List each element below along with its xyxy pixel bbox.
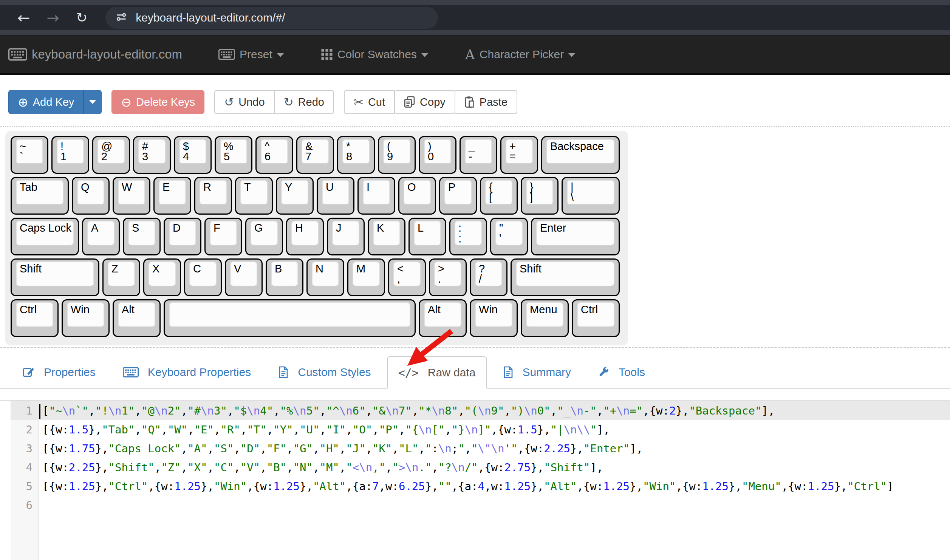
key-c[interactable]: C [184,258,222,296]
key-_[interactable]: _- [460,136,497,174]
key-win[interactable]: Win [470,299,518,337]
brand-link[interactable]: keyboard-layout-editor.com [8,47,182,62]
url-bar[interactable]: keyboard-layout-editor.com/#/ [105,7,438,29]
key-m[interactable]: M [347,258,385,296]
key-?[interactable]: ?/ [470,258,507,296]
paste-button[interactable]: Paste [455,90,517,114]
key-n[interactable]: N [306,258,344,296]
key-<[interactable]: <, [388,258,426,296]
add-key-dropdown-button[interactable] [84,90,102,114]
key-*[interactable]: *8 [337,136,375,174]
keycap: @2 [97,139,125,164]
keycap: R [200,180,227,205]
key-^[interactable]: ^6 [255,136,293,174]
key-ctrl[interactable]: Ctrl [11,299,59,337]
key-![interactable]: !1 [51,136,89,174]
tab-custom-styles[interactable]: Custom Styles [267,356,382,388]
code-line-6[interactable]: 6 [0,496,950,515]
key-s[interactable]: S [123,218,161,255]
key-o[interactable]: O [398,177,436,215]
key-menu[interactable]: Menu [521,299,569,337]
key-r[interactable]: R [194,177,232,215]
key-b[interactable]: B [266,258,303,296]
tune-icon[interactable] [115,11,127,25]
key->[interactable]: >. [429,258,467,296]
key-j[interactable]: J [327,218,365,255]
key-alt[interactable]: Alt [113,299,161,337]
key-v[interactable]: V [225,258,263,296]
key-%[interactable]: %5 [215,136,252,174]
key-space[interactable] [164,299,416,337]
key-x[interactable]: X [143,258,181,296]
back-arrow-icon[interactable]: ← [17,10,30,25]
keycap: >. [434,261,461,286]
key-~[interactable]: ~` [11,136,48,174]
tab-keyboard-properties[interactable]: Keyboard Properties [111,356,263,388]
add-key-button[interactable]: ⊕ Add Key [8,90,84,114]
keycap: $4 [179,139,206,164]
key-d[interactable]: D [164,218,201,255]
key-|[interactable]: |\ [562,177,620,215]
code-line-2[interactable]: 2[{w:1.5},"Tab","Q","W","E","R","T","Y",… [0,420,950,439]
key-enter[interactable]: Enter [531,218,620,255]
tab-raw-data[interactable]: </>Raw data [387,356,487,389]
key-#[interactable]: #3 [133,136,171,174]
key-g[interactable]: G [245,218,283,255]
key-l[interactable]: L [408,218,446,255]
key-shift[interactable]: Shift [511,258,620,296]
keycap: F [210,221,237,246]
redo-button[interactable]: ↻ Redo [275,90,334,114]
key-}[interactable]: }] [521,177,559,215]
delete-keys-button[interactable]: ⊖ Delete Keys [111,90,204,114]
key-k[interactable]: K [368,218,405,255]
key-a[interactable]: A [82,218,120,255]
key-y[interactable]: Y [276,177,314,215]
menu-character-picker[interactable]: A Character Picker [465,47,575,62]
copy-icon [404,96,415,108]
key-"[interactable]: "' [490,218,528,255]
code-line-3[interactable]: 3[{w:1.75},"Caps Lock","A","S","D","F","… [0,439,950,458]
key-t[interactable]: T [235,177,273,215]
key-caps-lock[interactable]: Caps Lock [11,218,79,255]
key-@[interactable]: @2 [92,136,130,174]
key-legend-top: J [336,222,342,234]
key-alt[interactable]: Alt [419,299,467,337]
undo-button[interactable]: ↺ Undo [214,90,274,114]
tab-properties[interactable]: Properties [11,356,107,388]
menu-color-swatches[interactable]: Color Swatches [321,48,428,61]
code-line-1[interactable]: 1["~\n`","!\n1","@\n2","#\n3","$\n4","%\… [0,401,950,420]
key-{[interactable]: {[ [480,177,518,215]
tab-tools[interactable]: Tools [587,356,656,388]
forward-arrow-icon[interactable]: → [47,10,60,25]
menu-preset[interactable]: Preset [218,48,284,61]
keycap: G [251,221,278,246]
key-backspace[interactable]: Backspace [541,136,620,174]
key-i[interactable]: I [357,177,395,215]
reload-icon[interactable]: ↻ [76,11,87,25]
cut-button[interactable]: ✂ Cut [344,90,395,114]
tab-summary[interactable]: Summary [492,356,582,388]
key-e[interactable]: E [153,177,191,215]
raw-data-editor[interactable]: 1["~\n`","!\n1","@\n2","#\n3","$\n4","%\… [0,400,950,560]
key-z[interactable]: Z [102,258,140,296]
key-([interactable]: (9 [378,136,416,174]
copy-button[interactable]: Copy [395,90,455,114]
key-h[interactable]: H [286,218,324,255]
key-&[interactable]: &7 [296,136,334,174]
key-$[interactable]: $4 [174,136,212,174]
key-win[interactable]: Win [62,299,110,337]
key-u[interactable]: U [317,177,354,215]
code-line-5[interactable]: 5[{w:1.25},"Ctrl",{w:1.25},"Win",{w:1.25… [0,477,950,496]
key-w[interactable]: W [113,177,150,215]
key-q[interactable]: Q [72,177,110,215]
key-shift[interactable]: Shift [11,258,99,296]
key-:[interactable]: :; [449,218,487,255]
key-f[interactable]: F [204,218,242,255]
key-ctrl[interactable]: Ctrl [572,299,620,337]
key-tab[interactable]: Tab [11,177,69,215]
code-lines[interactable]: 1["~\n`","!\n1","@\n2","#\n3","$\n4","%\… [0,401,950,515]
key-)[interactable]: )0 [419,136,456,174]
key-+[interactable]: += [500,136,538,174]
code-line-4[interactable]: 4[{w:2.25},"Shift","Z","X","C","V","B","… [0,458,950,477]
key-p[interactable]: P [439,177,477,215]
